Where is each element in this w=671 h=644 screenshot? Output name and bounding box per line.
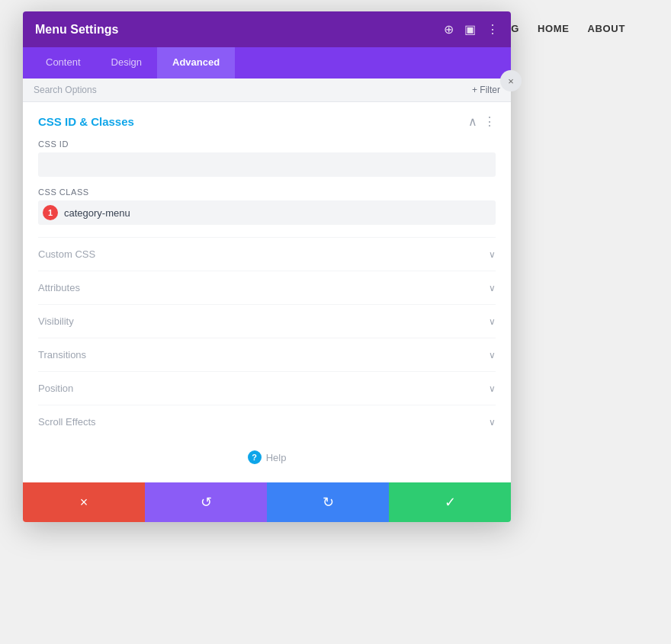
dots-icon[interactable]: ⋮ [486, 22, 499, 37]
section-title: CSS ID & Classes [38, 115, 134, 128]
modal-title: Menu Settings [35, 23, 118, 37]
help-row: ? Help [38, 438, 496, 470]
modal-header: Menu Settings ⊕ ▣ ⋮ [23, 11, 511, 47]
css-class-badge: 1 [43, 205, 58, 220]
search-bar: Search Options + Filter [23, 78, 511, 102]
attributes-section[interactable]: Attributes ∨ [38, 271, 496, 304]
position-section[interactable]: Position ∨ [38, 371, 496, 405]
section-actions: ∧ ⋮ [468, 114, 496, 129]
custom-css-section[interactable]: Custom CSS ∨ [38, 237, 496, 271]
chevron-down-icon: ∨ [489, 249, 496, 260]
scroll-effects-label: Scroll Effects [38, 416, 96, 428]
css-id-label: CSS ID [38, 139, 496, 149]
modal-close-x-button[interactable]: × [500, 70, 522, 91]
transitions-label: Transitions [38, 349, 86, 360]
header-icons: ⊕ ▣ ⋮ [444, 22, 499, 37]
help-label[interactable]: Help [266, 452, 287, 463]
visibility-label: Visibility [38, 316, 74, 327]
section-menu-icon[interactable]: ⋮ [483, 114, 496, 129]
custom-css-label: Custom CSS [38, 248, 95, 260]
chevron-down-icon: ∨ [489, 283, 496, 293]
position-label: Position [38, 383, 73, 394]
chevron-down-icon: ∨ [489, 316, 496, 327]
modal: Menu Settings ⊕ ▣ ⋮ Content Design Advan… [23, 11, 511, 522]
visibility-section[interactable]: Visibility ∨ [38, 304, 496, 338]
section-header: CSS ID & Classes ∧ ⋮ [38, 114, 496, 129]
css-id-classes-section: CSS ID & Classes ∧ ⋮ CSS ID CSS Class 1 [38, 114, 496, 225]
tab-advanced[interactable]: Advanced [157, 47, 235, 78]
transitions-section[interactable]: Transitions ∨ [38, 338, 496, 371]
save-button[interactable]: ✓ [389, 482, 511, 522]
modal-footer: × ↺ ↻ ✓ [23, 482, 511, 522]
chevron-down-icon: ∨ [489, 383, 496, 394]
scroll-effects-section[interactable]: Scroll Effects ∨ [38, 405, 496, 438]
modal-tabs: Content Design Advanced [23, 47, 511, 78]
chevron-down-icon: ∨ [489, 350, 496, 360]
modal-content: CSS ID & Classes ∧ ⋮ CSS ID CSS Class 1 … [23, 102, 511, 482]
tab-design[interactable]: Design [96, 47, 157, 78]
undo-button[interactable]: ↺ [145, 482, 267, 522]
columns-icon[interactable]: ▣ [464, 22, 476, 37]
target-icon[interactable]: ⊕ [444, 22, 454, 37]
cancel-button[interactable]: × [23, 482, 145, 522]
attributes-label: Attributes [38, 282, 80, 293]
css-class-label: CSS Class [38, 187, 496, 197]
search-placeholder: Search Options [34, 85, 97, 95]
css-class-field-wrap: 1 [38, 200, 496, 225]
redo-button[interactable]: ↻ [267, 482, 389, 522]
css-id-input[interactable] [38, 152, 496, 177]
chevron-down-icon: ∨ [489, 417, 496, 428]
nav-home[interactable]: HOME [538, 23, 570, 34]
collapse-icon[interactable]: ∧ [468, 114, 477, 129]
filter-button[interactable]: + Filter [472, 85, 500, 95]
nav-about[interactable]: ABOUT [588, 23, 625, 34]
help-icon: ? [248, 450, 262, 464]
tab-content[interactable]: Content [30, 47, 96, 78]
css-class-input[interactable] [38, 200, 496, 225]
